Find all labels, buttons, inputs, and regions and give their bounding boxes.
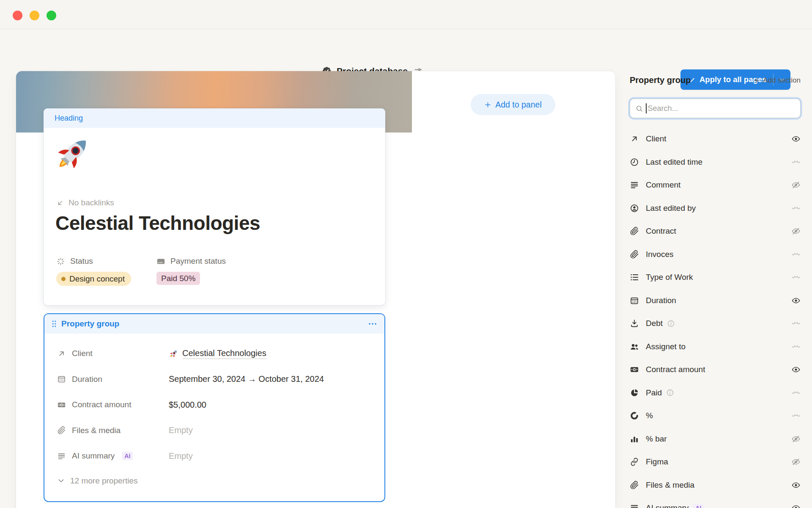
visibility-hidden-empty-icon[interactable]: [791, 180, 801, 190]
sidebar-property-label: Contract amount: [646, 365, 705, 374]
sidebar-property-row[interactable]: Duration: [630, 289, 801, 312]
property-value[interactable]: $5,000.00: [169, 400, 372, 410]
sidebar-property-label: Invoces: [646, 250, 673, 259]
more-options-icon[interactable]: [368, 319, 378, 329]
heading-section[interactable]: Heading No backlinks Celestial Technolog…: [44, 108, 385, 305]
sidebar-property-row[interactable]: Client: [630, 127, 801, 151]
sidebar-property-label: Type of Work: [646, 273, 693, 282]
property-label: Duration: [57, 375, 169, 384]
paperclip-icon: [630, 250, 639, 259]
visibility-hidden-icon[interactable]: [791, 319, 801, 328]
search-input[interactable]: [647, 104, 788, 113]
visibility-hidden-empty-icon[interactable]: [791, 457, 801, 467]
sidebar-property-row[interactable]: Files & media: [630, 474, 801, 497]
visibility-hidden-icon[interactable]: [791, 204, 801, 213]
heading-section-bar[interactable]: Heading: [44, 108, 385, 128]
property-value[interactable]: Empty: [169, 451, 372, 461]
sidebar-property-label: Debt: [646, 319, 663, 328]
property-value[interactable]: Celestial Technologies: [169, 348, 372, 359]
visibility-visible-icon[interactable]: [791, 134, 801, 144]
person-circle-icon: [630, 204, 639, 213]
backlinks-row[interactable]: No backlinks: [56, 198, 114, 207]
visibility-visible-icon[interactable]: [791, 480, 801, 490]
credit-card-icon: [156, 257, 165, 266]
paperclip-icon: [57, 426, 66, 435]
info-icon[interactable]: [666, 389, 674, 397]
traffic-minimize-button[interactable]: [30, 11, 39, 20]
info-icon[interactable]: [667, 320, 675, 328]
search-icon: [635, 105, 643, 113]
sidebar-property-row[interactable]: Comment: [630, 174, 801, 197]
sidebar-property-row[interactable]: AI summaryAI: [630, 497, 801, 508]
traffic-zoom-button[interactable]: [47, 11, 56, 20]
property-group-panel[interactable]: Property group ClientCelestial Technolog…: [44, 313, 385, 502]
arrow-ne-icon: [630, 134, 639, 144]
sidebar-property-row[interactable]: Paid: [630, 381, 801, 405]
sidebar-property-row[interactable]: Figma: [630, 450, 801, 474]
inline-property-header[interactable]: Status: [56, 257, 156, 266]
bar-chart-icon: [630, 434, 639, 444]
sidebar-property-row[interactable]: Last edited time: [630, 151, 801, 174]
visibility-hidden-icon[interactable]: [791, 411, 801, 420]
property-row[interactable]: Contract amount$5,000.00: [57, 392, 372, 418]
traffic-close-button[interactable]: [13, 11, 22, 20]
property-label: AI summaryAI: [57, 451, 169, 461]
inline-property-label: Payment status: [170, 257, 226, 266]
add-section-button[interactable]: Add section: [753, 76, 801, 85]
property-row[interactable]: DurationSeptember 30, 2024 → October 31,…: [57, 367, 372, 392]
sidebar-property-row[interactable]: Assignet to: [630, 335, 801, 359]
visibility-hidden-icon[interactable]: [791, 157, 801, 167]
editor-toolbar: Cancel Project database Preview: Celesti…: [0, 29, 812, 71]
visibility-hidden-icon[interactable]: [791, 388, 801, 398]
property-row[interactable]: ClientCelestial Technologies: [57, 341, 372, 367]
status-dot: [61, 277, 66, 281]
visibility-hidden-empty-icon[interactable]: [791, 226, 801, 236]
inline-property: Payment statusPaid 50%: [156, 257, 257, 286]
property-list: ClientLast edited timeCommentLast edited…: [630, 127, 801, 508]
more-properties-toggle[interactable]: 12 more properties: [57, 470, 372, 492]
property-row[interactable]: Files & mediaEmpty: [57, 418, 372, 444]
visibility-visible-icon[interactable]: [791, 296, 801, 305]
drag-handle-icon[interactable]: [49, 319, 59, 329]
visibility-hidden-icon[interactable]: [791, 250, 801, 259]
sidebar-property-row[interactable]: Contract: [630, 220, 801, 243]
rocket-emoji: [169, 349, 178, 359]
add-to-panel-button[interactable]: Add to panel: [471, 94, 555, 115]
window-titlebar: [0, 0, 812, 29]
plus-icon: [484, 101, 491, 108]
users-icon: [630, 342, 639, 351]
sidebar-property-row[interactable]: Type of Work: [630, 266, 801, 289]
property-value[interactable]: Empty: [169, 425, 372, 435]
sidebar-property-row[interactable]: Last edited by: [630, 197, 801, 220]
visibility-hidden-icon[interactable]: [791, 342, 801, 351]
banknote-icon: [630, 365, 639, 374]
payment-value-pill[interactable]: Paid 50%: [156, 272, 200, 285]
sidebar-property-row[interactable]: Invoces: [630, 243, 801, 266]
sidebar-property-row[interactable]: % bar: [630, 428, 801, 451]
property-value[interactable]: September 30, 2024 → October 31, 2024: [169, 374, 372, 384]
paperclip-icon: [630, 226, 639, 236]
sidebar-property-row[interactable]: %: [630, 404, 801, 428]
visibility-visible-icon[interactable]: [791, 365, 801, 374]
ai-badge: AI: [693, 504, 704, 508]
relation-link[interactable]: Celestial Technologies: [182, 348, 266, 359]
inline-property: StatusDesign concept: [56, 257, 156, 286]
visibility-hidden-icon[interactable]: [791, 273, 801, 282]
sidebar-property-label: Contract: [646, 226, 676, 236]
property-row[interactable]: AI summaryAIEmpty: [57, 443, 372, 469]
property-group-header[interactable]: Property group: [44, 314, 384, 334]
visibility-hidden-empty-icon[interactable]: [791, 434, 801, 444]
sidebar-property-row[interactable]: Contract amount: [630, 358, 801, 381]
property-label: Client: [57, 349, 169, 358]
inline-property-header[interactable]: Payment status: [156, 257, 257, 266]
list-icon: [630, 273, 639, 282]
page-heading-title[interactable]: Celestial Technologies: [55, 212, 260, 235]
status-value-pill[interactable]: Design concept: [56, 272, 131, 286]
rocket-page-icon[interactable]: [53, 133, 93, 174]
heading-section-label: Heading: [55, 114, 83, 123]
property-search-box[interactable]: [630, 99, 801, 118]
visibility-visible-icon[interactable]: [791, 503, 801, 508]
sidebar-property-row[interactable]: Debt: [630, 312, 801, 335]
arrow-sw-icon: [56, 199, 64, 207]
sidebar-title: Property group: [630, 75, 691, 85]
